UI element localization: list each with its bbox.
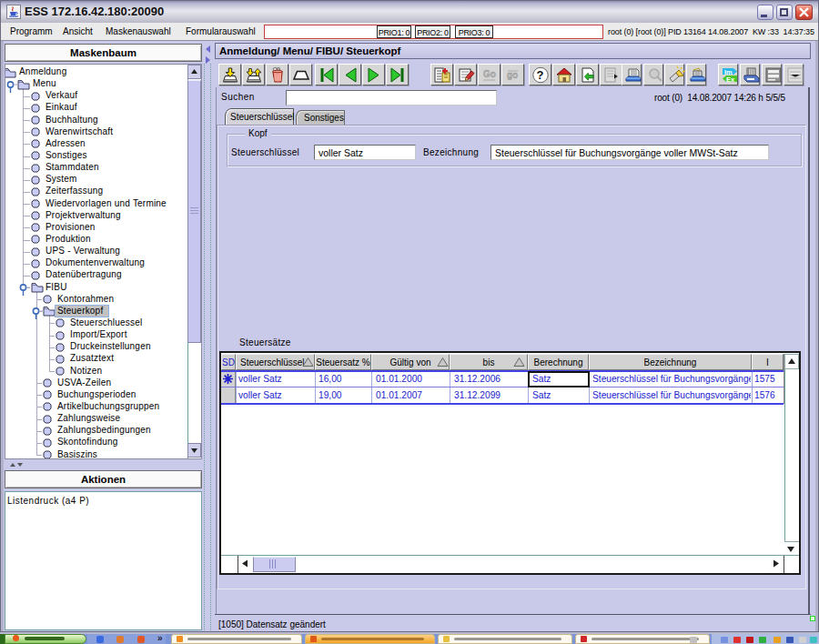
svg-text:?: ? [537, 68, 544, 82]
svg-text:Ex: Ex [726, 75, 735, 84]
svg-text:go: go [507, 70, 518, 80]
svg-text:Go: Go [483, 69, 496, 79]
